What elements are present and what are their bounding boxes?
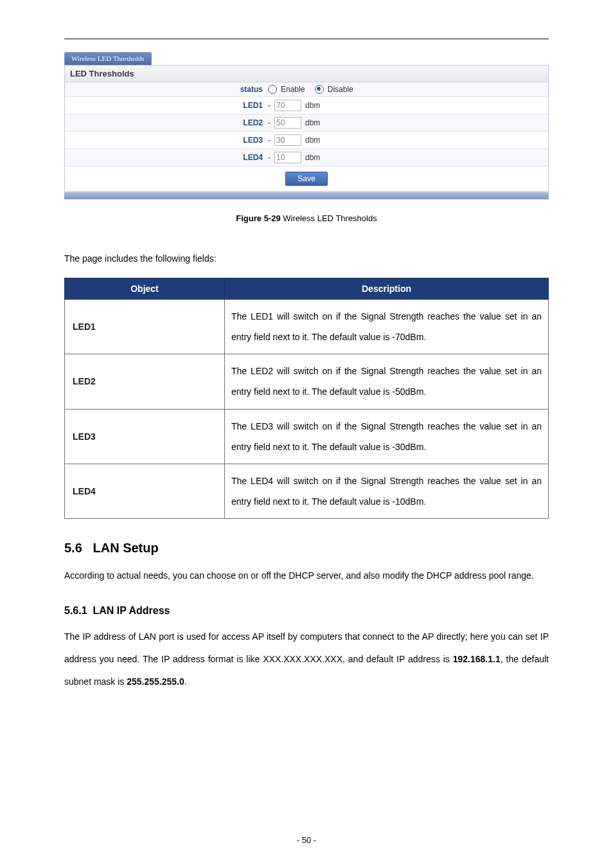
subsection-mask: 255.255.255.0	[127, 676, 184, 687]
led2-unit: dbm	[305, 118, 320, 127]
table-header-description: Description	[225, 278, 549, 299]
panel-subheader: LED Thresholds	[65, 66, 548, 82]
section-para: According to actual needs, you can choos…	[64, 565, 549, 587]
figure-caption-rest: Wireless LED Thresholds	[281, 213, 377, 223]
led4-input[interactable]	[274, 152, 301, 163]
subsection-heading: 5.6.1 LAN IP Address	[64, 605, 549, 617]
table-row: LED1 The LED1 will switch on if the Sign…	[65, 299, 549, 354]
section-title: LAN Setup	[93, 541, 158, 555]
table-object-cell: LED4	[65, 464, 225, 518]
led1-label: LED1	[70, 101, 268, 110]
led4-unit: dbm	[305, 153, 320, 162]
led3-unit: dbm	[305, 136, 320, 145]
table-desc-cell: The LED2 will switch on if the Signal St…	[225, 354, 549, 409]
minus-sign: -	[268, 101, 271, 110]
table-object-cell: LED1	[65, 299, 225, 354]
wireless-led-panel: Wireless LED Thresholds LED Thresholds s…	[64, 52, 549, 199]
led1-input[interactable]	[274, 100, 301, 111]
table-object-cell: LED2	[65, 354, 225, 409]
led3-label: LED3	[70, 136, 268, 145]
status-disable-radio[interactable]	[315, 85, 324, 94]
minus-sign: -	[268, 153, 271, 162]
status-enable-radio[interactable]	[268, 85, 277, 94]
subsection-para-post: .	[184, 676, 187, 687]
panel-footer-bar	[64, 192, 549, 199]
panel-tab[interactable]: Wireless LED Thresholds	[64, 52, 152, 65]
led1-unit: dbm	[305, 101, 320, 110]
table-desc-cell: The LED4 will switch on if the Signal St…	[225, 464, 549, 518]
subsection-ip: 192.168.1.1	[453, 654, 501, 664]
led2-input[interactable]	[274, 117, 301, 129]
figure-caption-bold: Figure 5-29	[236, 213, 280, 223]
object-description-table: Object Description LED1 The LED1 will sw…	[64, 278, 549, 520]
table-object-cell: LED3	[65, 409, 225, 464]
subsection-para: The IP address of LAN port is used for a…	[64, 626, 549, 693]
status-disable-label: Disable	[328, 85, 353, 94]
subsection-number: 5.6.1	[64, 605, 87, 616]
table-desc-cell: The LED1 will switch on if the Signal St…	[225, 299, 549, 354]
status-enable-label: Enable	[281, 85, 305, 94]
panel-body: LED Thresholds status Enable Disable LED…	[64, 65, 549, 192]
page-number: - 50 -	[0, 835, 613, 845]
table-header-object: Object	[65, 278, 225, 299]
led3-input[interactable]	[274, 134, 301, 146]
table-row: LED3 The LED3 will switch on if the Sign…	[65, 409, 549, 464]
section-heading: 5.6 LAN Setup	[64, 541, 549, 556]
led4-label: LED4	[70, 153, 268, 162]
section-number: 5.6	[64, 541, 82, 555]
save-button[interactable]: Save	[285, 172, 327, 186]
minus-sign: -	[268, 118, 271, 127]
fields-intro: The page includes the following fields:	[64, 249, 549, 269]
top-rule	[64, 39, 549, 39]
table-row: LED2 The LED2 will switch on if the Sign…	[65, 354, 549, 409]
subsection-title: LAN IP Address	[93, 605, 170, 616]
led2-label: LED2	[70, 118, 268, 127]
figure-caption: Figure 5-29 Wireless LED Thresholds	[64, 213, 549, 223]
status-label: status	[70, 85, 268, 94]
minus-sign: -	[268, 136, 271, 145]
table-desc-cell: The LED3 will switch on if the Signal St…	[225, 409, 549, 464]
table-row: LED4 The LED4 will switch on if the Sign…	[65, 464, 549, 518]
